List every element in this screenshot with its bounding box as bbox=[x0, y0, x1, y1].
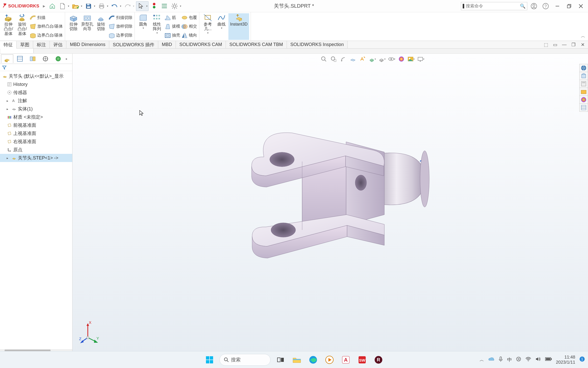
home-button[interactable] bbox=[48, 2, 57, 11]
mirror-button[interactable]: 镜向 bbox=[181, 31, 198, 40]
settings-button[interactable] bbox=[170, 2, 179, 11]
taskpane-custom-properties-icon[interactable] bbox=[579, 103, 588, 112]
fillet-button[interactable]: 圆角▾ bbox=[136, 13, 150, 40]
tree-sensors[interactable]: 传感器 bbox=[0, 88, 72, 97]
doc-minimize-button[interactable]: — bbox=[560, 41, 568, 48]
reference-geometry-button[interactable]: 参考 几...▾ bbox=[201, 13, 215, 40]
apply-scene-icon[interactable]: ▾ bbox=[407, 55, 415, 63]
command-search-input[interactable] bbox=[464, 4, 520, 9]
hole-wizard-button[interactable]: 异型孔 向导 bbox=[80, 13, 94, 40]
select-button[interactable] bbox=[136, 2, 145, 11]
doc-restore-button[interactable]: ❐ bbox=[570, 41, 577, 48]
zoom-fit-icon[interactable] bbox=[320, 55, 328, 63]
tab-mbd[interactable]: MBD bbox=[158, 41, 176, 48]
tray-chevron-icon[interactable]: ︿ bbox=[480, 357, 484, 363]
intersect-button[interactable]: 相交 bbox=[181, 22, 198, 31]
edit-appearance-icon[interactable] bbox=[397, 55, 406, 63]
taskbar-search[interactable]: 搜索 bbox=[219, 354, 271, 366]
tree-history[interactable]: History bbox=[0, 80, 72, 88]
settings-dropdown[interactable]: ▾ bbox=[179, 5, 182, 7]
hide-show-icon[interactable]: ▾ bbox=[388, 55, 396, 63]
save-button[interactable] bbox=[84, 2, 93, 11]
taskbar-task-view[interactable] bbox=[274, 353, 287, 366]
display-style-icon[interactable]: ▾ bbox=[378, 55, 386, 63]
loft-boss-button[interactable]: 放样凸台/基体 bbox=[29, 22, 63, 31]
taskbar-app-r[interactable]: R bbox=[372, 353, 385, 366]
panel-tab-configuration-manager[interactable] bbox=[27, 54, 39, 63]
login-button[interactable] bbox=[529, 1, 539, 11]
help-button[interactable]: ? bbox=[541, 1, 551, 11]
tree-top-plane[interactable]: 上视基准面 bbox=[0, 129, 72, 137]
doc-layout-icon[interactable]: ▭ bbox=[551, 41, 559, 48]
new-button[interactable] bbox=[58, 2, 67, 11]
close-button[interactable] bbox=[576, 1, 586, 11]
save-dropdown[interactable]: ▾ bbox=[93, 5, 96, 7]
zoom-area-icon[interactable] bbox=[329, 55, 338, 63]
ribbon-collapse-icon[interactable]: ︿ bbox=[581, 33, 585, 39]
boundary-cut-button[interactable]: 边界切除 bbox=[108, 31, 133, 40]
tab-annotate[interactable]: 标注 bbox=[33, 41, 50, 48]
tree-material[interactable]: 材质 <未指定> bbox=[0, 113, 72, 121]
taskpane-appearances-icon[interactable] bbox=[579, 96, 588, 104]
taskbar-explorer[interactable] bbox=[290, 353, 303, 366]
tab-solidworks-cam[interactable]: SOLIDWORKS CAM bbox=[176, 41, 226, 48]
tray-volume-icon[interactable] bbox=[535, 356, 541, 363]
tray-ime-label[interactable]: 中 bbox=[507, 356, 512, 363]
tab-features[interactable]: 特征 bbox=[0, 41, 17, 49]
rebuild-button[interactable] bbox=[150, 2, 159, 11]
minimize-button[interactable] bbox=[552, 1, 562, 11]
app-menu-caret[interactable]: ▶ bbox=[42, 4, 46, 8]
tree-imported-feature[interactable]: ▸关节头.STEP<1> -> bbox=[0, 154, 72, 162]
revolve-cut-button[interactable]: 旋转 切除 bbox=[94, 13, 108, 40]
draft-button[interactable]: 拔模 bbox=[164, 22, 181, 31]
tree-right-plane[interactable]: 右视基准面 bbox=[0, 137, 72, 146]
tab-solidworks-cam-tbm[interactable]: SOLIDWORKS CAM TBM bbox=[226, 41, 287, 48]
open-button[interactable] bbox=[71, 2, 80, 11]
tree-filter-icon[interactable] bbox=[0, 64, 72, 71]
previous-view-icon[interactable] bbox=[339, 55, 347, 63]
tray-ime-mode-icon[interactable]: 英 bbox=[516, 356, 521, 363]
sweep-boss-button[interactable]: 扫描 bbox=[29, 13, 63, 22]
dynamic-annotations-icon[interactable] bbox=[359, 55, 367, 63]
doc-pin-icon[interactable]: ⬚ bbox=[542, 41, 550, 48]
options-list-button[interactable] bbox=[160, 2, 169, 11]
taskbar-autocad[interactable]: A bbox=[339, 353, 352, 366]
section-view-icon[interactable] bbox=[349, 55, 357, 63]
undo-dropdown[interactable]: ▾ bbox=[119, 5, 122, 7]
panel-tab-display-manager[interactable] bbox=[52, 54, 64, 63]
extrude-boss-button[interactable]: 拉伸 凸台/ 基体 bbox=[2, 13, 15, 40]
tray-clock[interactable]: 11:48 2023/1/11 bbox=[556, 355, 575, 365]
new-dropdown[interactable]: ▾ bbox=[67, 5, 70, 7]
taskpane-resources-icon[interactable] bbox=[579, 64, 588, 72]
curves-button[interactable]: 曲线▾ bbox=[215, 13, 228, 40]
taskbar-media-player[interactable] bbox=[323, 353, 336, 366]
redo-dropdown[interactable]: ▾ bbox=[132, 5, 135, 7]
start-button[interactable] bbox=[203, 353, 216, 366]
wrap-button[interactable]: 包覆 bbox=[181, 13, 198, 22]
revolve-boss-button[interactable]: 旋转 凸台/ 基体 bbox=[15, 13, 29, 40]
tab-solidworks-addins[interactable]: SOLIDWORKS 插件 bbox=[109, 41, 158, 48]
doc-close-button[interactable]: ✕ bbox=[579, 41, 586, 48]
panel-tab-property-manager[interactable] bbox=[14, 54, 26, 63]
redo-button[interactable] bbox=[123, 2, 132, 11]
print-button[interactable] bbox=[97, 2, 106, 11]
extrude-cut-button[interactable]: 拉伸 切除 bbox=[67, 13, 80, 40]
tree-root[interactable]: 关节头 (默认<<默认>_显示 bbox=[0, 72, 72, 80]
tab-solidworks-inspection[interactable]: SOLIDWORKS Inspection bbox=[287, 41, 348, 48]
view-orientation-icon[interactable]: ▾ bbox=[368, 55, 376, 63]
open-dropdown[interactable]: ▾ bbox=[80, 5, 83, 7]
feature-tree[interactable]: 关节头 (默认<<默认>_显示 History 传感器 ▸A注解 ▸实体(1) … bbox=[0, 71, 72, 349]
sweep-cut-button[interactable]: 扫描切除 bbox=[108, 13, 133, 22]
panel-tab-feature-tree[interactable] bbox=[1, 54, 13, 63]
tree-solid-bodies[interactable]: ▸实体(1) bbox=[0, 105, 72, 113]
tab-mbd-dimensions[interactable]: MBD Dimensions bbox=[66, 41, 109, 48]
search-icon[interactable]: 🔍 bbox=[520, 3, 525, 9]
undo-button[interactable] bbox=[110, 2, 119, 11]
tree-annotations[interactable]: ▸A注解 bbox=[0, 97, 72, 105]
boundary-boss-button[interactable]: 边界凸台/基体 bbox=[29, 31, 63, 40]
taskpane-view-palette-icon[interactable] bbox=[579, 88, 588, 96]
restore-button[interactable] bbox=[564, 1, 574, 11]
tab-sketch[interactable]: 草图 bbox=[17, 41, 33, 48]
tree-origin[interactable]: 原点 bbox=[0, 146, 72, 154]
rib-button[interactable]: 筋 bbox=[164, 13, 181, 22]
